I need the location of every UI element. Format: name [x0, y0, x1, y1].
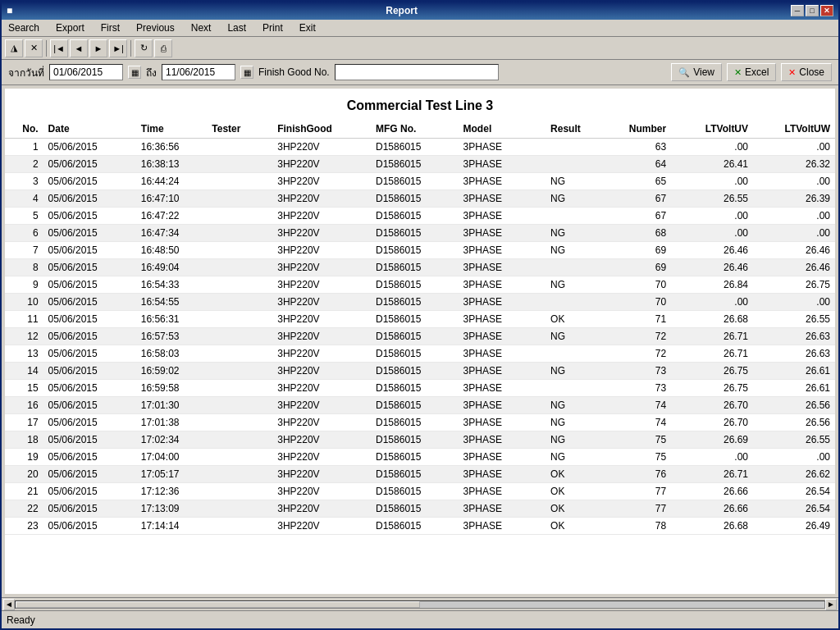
toolbar-delete-btn[interactable]: ✕ — [25, 39, 43, 57]
table-row: 405/06/201516:47:103HP220VD15860153PHASE… — [5, 190, 835, 208]
col-header-tester: Tester — [207, 120, 272, 139]
menu-next[interactable]: Next — [188, 21, 215, 34]
menu-exit[interactable]: Exit — [296, 21, 319, 34]
finish-good-input[interactable] — [335, 64, 499, 80]
report-title: Commercial Test Line 3 — [5, 89, 835, 120]
window-title: Report — [12, 5, 791, 16]
scroll-right-btn[interactable]: ► — [825, 599, 837, 610]
toolbar-new-btn[interactable]: ◮ — [5, 39, 23, 57]
toolbar-separator-1 — [46, 40, 47, 57]
scrollbar-area[interactable]: ◄ ► — [2, 597, 838, 610]
table-row: 1105/06/201516:56:313HP220VD15860153PHAS… — [5, 311, 835, 328]
toolbar-last-btn[interactable]: ►| — [109, 39, 127, 57]
excel-icon: ✕ — [734, 67, 742, 78]
col-header-time: Time — [136, 120, 208, 139]
table-row: 1605/06/201517:01:303HP220VD15860153PHAS… — [5, 397, 835, 414]
view-icon: 🔍 — [678, 67, 690, 78]
filter-bar: จากวันที่ ▦ ถึง ▦ Finish Good No. 🔍 View… — [2, 60, 838, 85]
menu-export[interactable]: Export — [52, 21, 88, 34]
from-date-picker-btn[interactable]: ▦ — [128, 66, 141, 79]
scrollbar-track[interactable] — [15, 600, 825, 609]
toolbar-next-btn[interactable]: ► — [89, 39, 107, 57]
table-row: 1505/06/201516:59:583HP220VD15860153PHAS… — [5, 380, 835, 397]
table-row: 2205/06/201517:13:093HP220VD15860153PHAS… — [5, 500, 835, 518]
table-row: 1905/06/201517:04:003HP220VD15860153PHAS… — [5, 449, 835, 466]
table-row: 1305/06/201516:58:033HP220VD15860153PHAS… — [5, 345, 835, 363]
menu-print[interactable]: Print — [259, 21, 286, 34]
table-row: 205/06/201516:38:133HP220VD15860153PHASE… — [5, 156, 835, 173]
toolbar-separator-2 — [130, 40, 131, 57]
table-row: 805/06/201516:49:043HP220VD15860153PHASE… — [5, 259, 835, 276]
toolbar-refresh-btn[interactable]: ↻ — [135, 39, 153, 57]
finish-good-label: Finish Good No. — [258, 66, 330, 78]
close-icon: ✕ — [788, 67, 796, 78]
from-date-input[interactable] — [49, 64, 123, 80]
table-row: 1805/06/201517:02:343HP220VD15860153PHAS… — [5, 431, 835, 449]
table-row: 305/06/201516:44:243HP220VD15860153PHASE… — [5, 173, 835, 190]
toolbar-first-btn[interactable]: |◄ — [50, 39, 68, 57]
toolbar: ◮ ✕ |◄ ◄ ► ►| ↻ ⎙ — [2, 37, 838, 60]
table-row: 505/06/201516:47:223HP220VD15860153PHASE… — [5, 208, 835, 225]
toolbar-prev-btn[interactable]: ◄ — [70, 39, 88, 57]
report-table: No. Date Time Tester FinishGood MFG No. … — [5, 120, 835, 535]
close-button[interactable]: ✕ Close — [781, 63, 832, 81]
scrollbar-thumb[interactable] — [16, 601, 420, 608]
table-row: 1405/06/201516:59:023HP220VD15860153PHAS… — [5, 363, 835, 380]
col-header-mfg: MFG No. — [371, 120, 459, 139]
col-header-ltvoltuw: LTVoltUW — [753, 120, 835, 139]
from-date-label: จากวันที่ — [8, 65, 44, 80]
report-container[interactable]: Commercial Test Line 3 No. Date Time Tes… — [5, 89, 835, 594]
col-header-result: Result — [546, 120, 605, 139]
close-window-button[interactable]: ✕ — [820, 5, 833, 16]
menu-search[interactable]: Search — [5, 21, 43, 34]
status-text: Ready — [7, 614, 35, 626]
to-date-picker-btn[interactable]: ▦ — [240, 66, 253, 79]
table-row: 2105/06/201517:12:363HP220VD15860153PHAS… — [5, 483, 835, 500]
title-bar: ■ Report ─ □ ✕ — [2, 2, 838, 20]
table-row: 705/06/201516:48:503HP220VD15860153PHASE… — [5, 242, 835, 259]
col-header-ltvoltuv: LTVoltUV — [671, 120, 753, 139]
table-row: 105/06/201516:36:563HP220VD15860153PHASE… — [5, 139, 835, 156]
col-header-no: No. — [5, 120, 43, 139]
menu-previous[interactable]: Previous — [133, 21, 178, 34]
menu-first[interactable]: First — [98, 21, 123, 34]
table-row: 1205/06/201516:57:533HP220VD15860153PHAS… — [5, 328, 835, 345]
col-header-date: Date — [43, 120, 136, 139]
col-header-finishgood: FinishGood — [272, 120, 371, 139]
menu-bar: Search Export First Previous Next Last P… — [2, 20, 838, 37]
excel-button[interactable]: ✕ Excel — [727, 63, 776, 81]
col-header-number: Number — [605, 120, 671, 139]
view-button[interactable]: 🔍 View — [671, 63, 722, 81]
status-bar: Ready — [2, 610, 838, 628]
restore-button[interactable]: □ — [806, 5, 819, 16]
table-row: 1705/06/201517:01:383HP220VD15860153PHAS… — [5, 414, 835, 431]
app-icon: ■ — [7, 5, 12, 16]
table-row: 2305/06/201517:14:143HP220VD15860153PHAS… — [5, 518, 835, 535]
table-row: 905/06/201516:54:333HP220VD15860153PHASE… — [5, 276, 835, 294]
scroll-left-btn[interactable]: ◄ — [3, 599, 15, 610]
col-header-model: Model — [459, 120, 546, 139]
menu-last[interactable]: Last — [224, 21, 249, 34]
minimize-button[interactable]: ─ — [791, 5, 804, 16]
to-date-label: ถึง — [146, 65, 157, 80]
table-row: 605/06/201516:47:343HP220VD15860153PHASE… — [5, 225, 835, 242]
table-row: 2005/06/201517:05:173HP220VD15860153PHAS… — [5, 466, 835, 483]
table-row: 1005/06/201516:54:553HP220VD15860153PHAS… — [5, 294, 835, 311]
to-date-input[interactable] — [162, 64, 235, 80]
toolbar-print-btn[interactable]: ⎙ — [154, 39, 172, 57]
